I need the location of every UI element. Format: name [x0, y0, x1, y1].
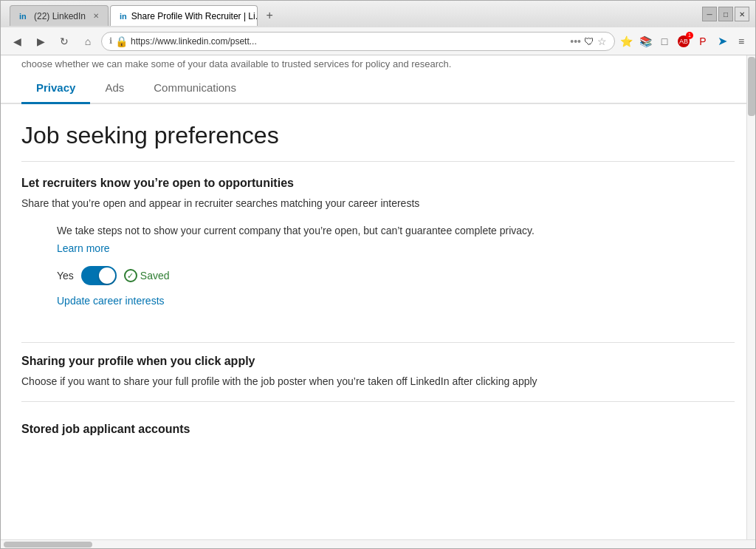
- tab-privacy[interactable]: Privacy: [21, 72, 90, 103]
- title-bar: in (22) LinkedIn ✕ in Share Profile With…: [1, 1, 755, 27]
- section-divider-1: [21, 342, 735, 343]
- saved-label: Saved: [140, 270, 170, 282]
- vertical-scrollbar[interactable]: [746, 55, 755, 539]
- section-sharing-profile: Sharing your profile when you click appl…: [21, 355, 735, 389]
- horizontal-scroll-thumb[interactable]: [4, 542, 92, 548]
- library-icon[interactable]: 📚: [637, 33, 653, 50]
- tab-ads[interactable]: Ads: [90, 72, 139, 103]
- saved-badge: ✓ Saved: [124, 269, 170, 282]
- page-inner: choose whether we can make some of your …: [1, 55, 755, 539]
- linkedin-favicon-icon: in: [19, 11, 30, 21]
- address-bar[interactable]: ℹ 🔒 https://www.linkedin.com/psett... ••…: [101, 32, 615, 51]
- tab-privacy-label: Privacy: [36, 81, 75, 94]
- more-options-icon[interactable]: •••: [570, 35, 581, 47]
- horizontal-scrollbar[interactable]: [1, 539, 755, 548]
- info-icon: ℹ: [109, 36, 112, 46]
- bookmark-icon[interactable]: ☆: [597, 35, 607, 47]
- tab-share-profile[interactable]: in Share Profile With Recruiter | Li... …: [110, 5, 258, 26]
- section-3-heading: Stored job applicant accounts: [21, 423, 735, 436]
- privacy-note: We take steps not to show your current c…: [57, 223, 735, 239]
- section-stored-accounts: Stored job applicant accounts: [21, 423, 735, 436]
- url-text: https://www.linkedin.com/psett...: [131, 36, 567, 47]
- page-wrapper: choose whether we can make some of your …: [1, 55, 755, 539]
- tab-label: (22) LinkedIn: [34, 11, 86, 21]
- tab-close-icon[interactable]: ✕: [93, 12, 99, 20]
- linkedin-favicon-active-icon: in: [120, 11, 127, 21]
- learn-more-link[interactable]: Learn more: [57, 242, 110, 254]
- main-content: Job seeking preferences Let recruiters k…: [1, 104, 755, 460]
- partial-text: choose whether we can make some of your …: [21, 58, 451, 69]
- page-title: Job seeking preferences: [21, 122, 735, 162]
- tab-communications[interactable]: Communications: [139, 72, 251, 103]
- refresh-button[interactable]: ↻: [54, 31, 75, 52]
- update-career-interests-link[interactable]: Update career interests: [57, 295, 165, 307]
- scrollbar-thumb[interactable]: [748, 57, 755, 116]
- menu-icon[interactable]: ≡: [733, 33, 749, 50]
- toggle-row: Yes ✓ Saved: [57, 266, 735, 285]
- open-to-opportunities-toggle[interactable]: [81, 266, 117, 285]
- pinterest-icon[interactable]: P: [695, 33, 711, 50]
- forward-button[interactable]: ▶: [30, 31, 51, 52]
- arrow-icon[interactable]: ➤: [714, 33, 730, 50]
- new-tab-button[interactable]: +: [259, 5, 280, 26]
- minimize-button[interactable]: ─: [702, 7, 717, 21]
- tab-communications-label: Communications: [154, 81, 236, 94]
- section-divider-2: [21, 401, 735, 402]
- browser-window: in (22) LinkedIn ✕ in Share Profile With…: [0, 0, 756, 549]
- container-icon[interactable]: AB 1: [676, 33, 692, 50]
- home-button[interactable]: ⌂: [78, 31, 98, 52]
- tab-linkedin-main[interactable]: in (22) LinkedIn ✕: [10, 5, 109, 26]
- secure-lock-icon: 🔒: [115, 35, 128, 47]
- section-2-description: Choose if you want to share your full pr…: [21, 374, 735, 389]
- section-open-to-opportunities: Let recruiters know you’re open to oppor…: [21, 177, 735, 330]
- tab-ads-label: Ads: [105, 81, 124, 94]
- toggle-knob: [99, 267, 115, 284]
- nav-right-icons: ⭐ 📚 □ AB 1 P ➤ ≡: [618, 33, 749, 50]
- section-1-description: Share that you’re open and appear in rec…: [21, 196, 735, 211]
- window-controls: ─ □ ✕: [702, 7, 749, 21]
- toggle-yes-label: Yes: [57, 270, 74, 282]
- back-button[interactable]: ◀: [7, 31, 27, 52]
- tab-active-label: Share Profile With Recruiter | Li...: [131, 11, 258, 21]
- shield-icon: 🛡: [584, 35, 594, 47]
- top-partial-text: choose whether we can make some of your …: [1, 55, 755, 72]
- maximize-button[interactable]: □: [718, 7, 733, 21]
- pocket-icon[interactable]: □: [656, 33, 673, 50]
- section-tabs: Privacy Ads Communications: [1, 72, 755, 104]
- page-content: choose whether we can make some of your …: [1, 55, 755, 460]
- saved-check-icon: ✓: [124, 269, 137, 282]
- section-1-heading: Let recruiters know you’re open to oppor…: [21, 177, 735, 190]
- nav-bar: ◀ ▶ ↻ ⌂ ℹ 🔒 https://www.linkedin.com/pse…: [1, 27, 755, 55]
- extensions-icon[interactable]: ⭐: [618, 33, 634, 50]
- section-2-heading: Sharing your profile when you click appl…: [21, 355, 735, 368]
- close-button[interactable]: ✕: [735, 7, 749, 21]
